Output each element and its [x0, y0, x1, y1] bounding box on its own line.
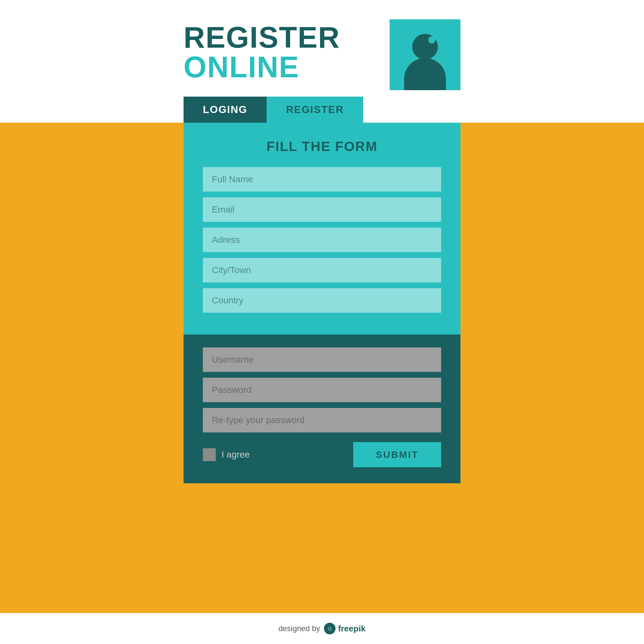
full-name-input[interactable] — [203, 167, 441, 192]
title-online: ONLINE — [184, 52, 340, 82]
form-upper: FILL THE FORM — [184, 123, 460, 335]
title-block: REGISTER ONLINE — [184, 19, 340, 82]
agree-section: I agree — [203, 448, 250, 461]
avatar-box — [390, 19, 460, 90]
retype-password-input[interactable] — [203, 408, 441, 432]
agree-label: I agree — [222, 450, 250, 460]
footer-designed-by: designed by — [279, 624, 320, 633]
freepik-brand: freepik — [338, 624, 365, 634]
tab-register[interactable]: REGISTER — [267, 97, 363, 123]
freepik-logo: ☺ freepik — [324, 623, 365, 634]
yellow-section: FILL THE FORM I agree SUBMIT — [0, 123, 644, 613]
city-input[interactable] — [203, 258, 441, 282]
header-content: REGISTER ONLINE — [184, 19, 460, 90]
username-input[interactable] — [203, 347, 441, 372]
form-card: FILL THE FORM I agree SUBMIT — [184, 123, 460, 483]
agree-checkbox[interactable] — [203, 448, 216, 461]
email-input[interactable] — [203, 197, 441, 222]
submit-button[interactable]: SUBMIT — [353, 442, 441, 467]
page-wrapper: REGISTER ONLINE LOGING REGISTER FILL THE… — [0, 0, 644, 644]
password-input[interactable] — [203, 378, 441, 402]
top-section: REGISTER ONLINE — [0, 0, 644, 90]
address-input[interactable] — [203, 228, 441, 252]
tabs-row: LOGING REGISTER — [184, 97, 460, 123]
form-title: FILL THE FORM — [203, 139, 441, 154]
country-input[interactable] — [203, 288, 441, 313]
freepik-icon: ☺ — [324, 623, 336, 634]
title-register: REGISTER — [184, 23, 340, 52]
footer: designed by ☺ freepik — [0, 613, 644, 644]
avatar-body — [404, 58, 446, 90]
form-lower: I agree SUBMIT — [184, 335, 460, 483]
avatar-head — [412, 34, 438, 60]
tab-login[interactable]: LOGING — [184, 97, 267, 123]
avatar-figure — [404, 34, 446, 90]
form-bottom-row: I agree SUBMIT — [203, 442, 441, 467]
